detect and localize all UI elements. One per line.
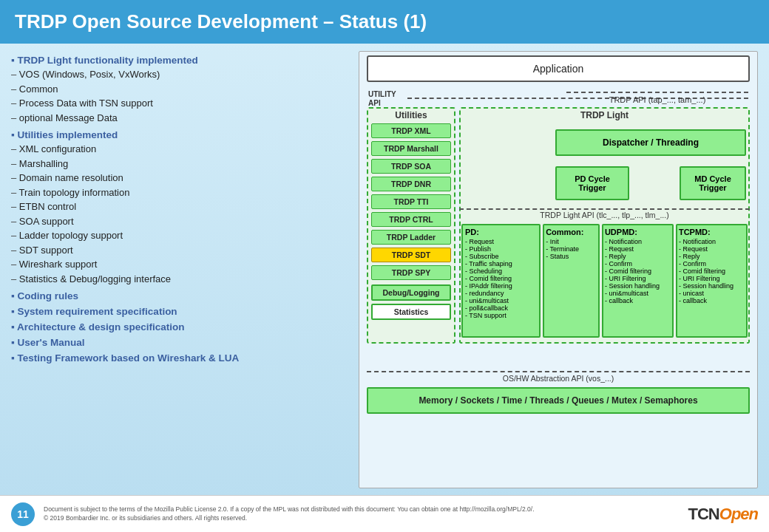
section-heading-6: User's Manual [11,337,85,348]
util-trdp-ladder: TRDP Ladder [371,230,451,245]
list-item: callback [605,297,671,304]
list-item: Process Data with TSN support [11,96,351,111]
pd-module-title: PD: [465,228,537,236]
list-item: Comid filtering [605,267,671,275]
section-trdp-light: TRDP Light functionality implemented VOS… [11,55,351,125]
list-item: Marshalling [11,157,351,171]
section-heading-3: Coding rules [11,290,78,301]
section-heading-2: Utilities implemented [11,129,118,140]
list-item: unicast [679,290,745,297]
utilities-label: Utilities [368,109,454,120]
udpmd-module: UDPMD: Notification Request Reply Confir… [602,224,674,338]
list-item: Status [546,253,597,260]
list-item: Session handling [605,282,671,290]
udpmd-module-title: UDPMD: [605,228,671,236]
oshw-label: OS/HW Abstraction API (vos_...) [367,371,750,383]
util-trdp-spy: TRDP SPY [371,265,451,280]
list-item: Notification [679,238,745,245]
list-item: optional Message Data [11,111,351,126]
list-item: Session handling [679,282,745,290]
list-item: IPAddr filtering [465,282,537,290]
list-item: Traffic shaping [465,260,537,267]
list-item: Wireshark support [11,257,351,272]
slide: TRDP Open Source Development – Status (1… [0,0,769,532]
list-item: Request [465,238,537,245]
tcpmd-module-title: TCPMD: [679,228,745,236]
util-debug-logging: Debug/Logging [371,284,451,301]
pd-module-list: Request Publish Subscribe Traffic shapin… [465,238,537,319]
left-panel: TRDP Light functionality implemented VOS… [11,51,351,488]
section-arch: Architecture & design specification [11,321,351,332]
tcpmd-module: TCPMD: Notification Request Reply Confir… [676,224,748,338]
sub-list-2: XML configuration Marshalling Domain nam… [11,142,351,286]
application-label: Application [533,63,584,75]
section-utilities: Utilities implemented XML configuration … [11,129,351,286]
common-module: Common: Init Terminate Status [543,224,600,338]
application-box: Application [367,55,750,82]
section-heading-4: System requirement specification [11,306,177,317]
trdp-light-api-label: TRDP Light API (tlc_..., tlp_..., tlm_..… [459,208,750,219]
list-item: Ladder topology support [11,228,351,243]
list-item: Init [546,238,597,245]
footer: 11 Document is subject to the terms of t… [0,495,769,532]
title-bar: TRDP Open Source Development – Status (1… [0,0,769,44]
list-item: URI Filtering [605,275,671,282]
list-item: Scheduling [465,267,537,275]
list-item: uni&multicast [465,297,537,304]
list-item: Domain name resolution [11,171,351,185]
list-item: ETBN control [11,200,351,214]
content-area: TRDP Light functionality implemented VOS… [0,44,769,496]
common-module-title: Common: [546,228,597,236]
list-item: XML configuration [11,142,351,157]
list-item: Confirm [679,260,745,267]
util-trdp-sdt: TRDP SDT [371,248,451,262]
list-item: Statistics & Debug/logging interface [11,272,351,287]
pd-module: PD: Request Publish Subscribe Traffic sh… [461,224,541,338]
tcn-logo-open: Open [719,505,758,523]
list-item: Comid filtering [465,275,537,282]
tcpmd-module-list: Notification Request Reply Confirm Comid… [679,238,745,304]
list-item: Confirm [605,260,671,267]
util-trdp-marshall: TRDP Marshall [371,141,451,156]
util-trdp-ctrl: TRDP CTRL [371,212,451,227]
list-item: URI Filtering [679,275,745,282]
md-cycle-box: MD CycleTrigger [680,166,746,200]
list-item: SDT support [11,243,351,258]
list-item: Request [679,245,745,253]
pd-cycle-box: PD CycleTrigger [555,166,629,200]
list-item: Terminate [546,245,597,253]
section-heading-5: Architecture & design specification [11,321,185,332]
list-item: callback [679,297,745,304]
section-heading-7: Testing Framework based on Wireshark & L… [11,352,239,364]
list-item: redundancy [465,290,537,297]
slide-title: TRDP Open Source Development – Status (1… [15,10,427,33]
util-trdp-xml: TRDP XML [371,123,451,138]
list-item: Train topology information [11,185,351,200]
footer-disclaimer: Document is subject to the terms of the … [44,505,680,523]
util-statistics: Statistics [371,304,451,320]
list-item: Publish [465,245,537,253]
dispatcher-box: Dispatcher / Threading [555,129,746,156]
util-trdp-dnr: TRDP DNR [371,177,451,191]
list-item: Comid filtering [679,267,745,275]
trdp-modules-row: PD: Request Publish Subscribe Traffic sh… [459,222,750,340]
bullet-list: TRDP Light functionality implemented VOS… [11,55,351,364]
tcn-logo: TCNOpen [688,505,758,524]
diagram-panel: Application UTILITY API(tau_...) TRDP AP… [359,51,758,488]
common-module-list: Init Terminate Status [546,238,597,260]
list-item: Subscribe [465,253,537,260]
section-sysreq: System requirement specification [11,306,351,317]
section-manual: User's Manual [11,337,351,348]
list-item: VOS (Windows, Posix, VxWorks) [11,67,351,82]
trdp-api-label: TRDP API (tap_..., tam_...) [566,92,748,106]
section-coding: Coding rules [11,290,351,301]
list-item: TSN support [465,312,537,319]
list-item: poll&callback [465,304,537,312]
util-trdp-tti: TRDP TTI [371,194,451,209]
trdp-light-label: TRDP Light [461,109,748,122]
utilities-box: Utilities TRDP XML TRDP Marshall TRDP SO… [367,107,455,344]
list-item: Request [605,245,671,253]
list-item: uni&multicast [605,290,671,297]
list-item: Common [11,82,351,97]
section-testing: Testing Framework based on Wireshark & L… [11,352,351,364]
